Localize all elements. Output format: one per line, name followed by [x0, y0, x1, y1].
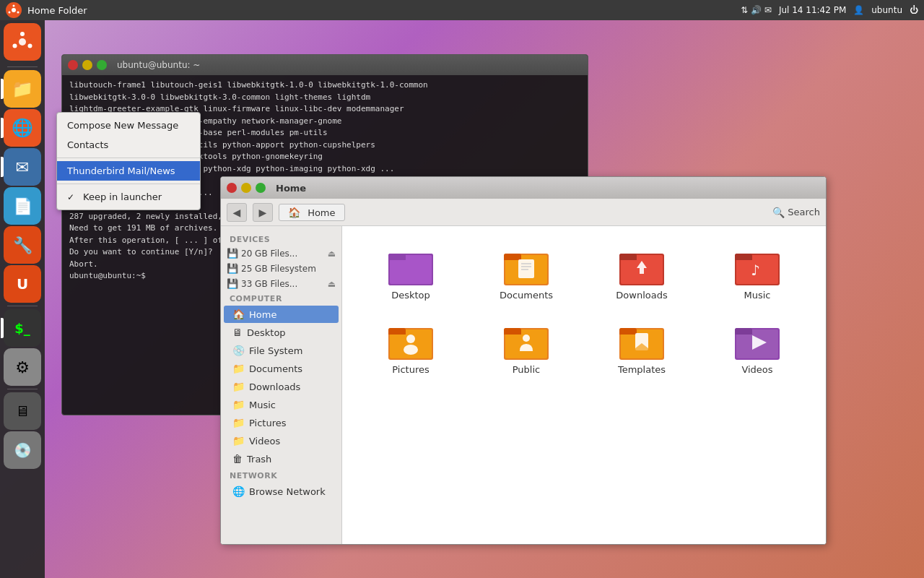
home-folder-icon: 🏠 — [232, 309, 245, 320]
svg-point-8 — [28, 44, 32, 48]
desktop-folder-label: Desktop — [391, 290, 430, 301]
sidebar-item-music[interactable]: 📁 Music — [224, 396, 339, 413]
fm-close-button[interactable] — [227, 183, 237, 193]
fm-maximize-button[interactable] — [256, 183, 266, 193]
context-menu-appname[interactable]: Thunderbird Mail/News — [57, 161, 200, 181]
videos-folder-label: Videos — [741, 364, 772, 375]
sidebar-item-downloads[interactable]: 📁 Downloads — [224, 378, 339, 395]
window-title: Home Folder — [27, 5, 87, 16]
appname-label: Thunderbird Mail/News — [67, 165, 175, 176]
terminal-title: ubuntu@ubuntu: ~ — [117, 60, 200, 70]
svg-rect-26 — [619, 256, 637, 260]
sidebar-downloads-label: Downloads — [249, 381, 300, 392]
sidebar-disk-25gb[interactable]: 💾 25 GB Filesystem — [221, 261, 341, 276]
sidebar-item-videos[interactable]: 📁 Videos — [224, 432, 339, 449]
context-menu-keep[interactable]: Keep in launcher — [57, 187, 200, 207]
launcher-thunderbird[interactable]: ✉ — [4, 148, 41, 186]
terminal-maximize-button[interactable] — [97, 60, 107, 70]
fm-minimize-button[interactable] — [241, 183, 251, 193]
sidebar-disk-20gb[interactable]: 💾 20 GB Files... ⏏ — [221, 246, 341, 261]
music-folder-label: Music — [744, 290, 771, 301]
launcher-divider-1 — [7, 66, 38, 67]
svg-point-7 — [20, 32, 25, 36]
eject-btn-3[interactable]: ⏏ — [328, 279, 336, 289]
launcher-software[interactable]: 🔧 — [4, 226, 41, 264]
sidebar-filesystem-label: File System — [249, 345, 302, 356]
launcher-files[interactable]: 📁 — [4, 70, 41, 108]
desktop-folder-icon: 🖥 — [232, 327, 243, 338]
fm-body: Devices 💾 20 GB Files... ⏏ 💾 25 GB Files… — [221, 226, 826, 544]
folder-public[interactable]: Public — [472, 315, 580, 382]
sidebar-browse-network-label: Browse Network — [249, 486, 326, 497]
sidebar-item-filesystem[interactable]: 💿 File System — [224, 342, 339, 359]
svg-text:♪: ♪ — [751, 262, 760, 279]
svg-rect-18 — [504, 256, 521, 260]
folder-downloads[interactable]: Downloads — [588, 241, 696, 308]
videos-folder-svg — [735, 322, 780, 360]
fm-forward-button[interactable]: ▶ — [253, 203, 273, 222]
launcher-office[interactable]: 📄 — [4, 187, 41, 225]
sidebar-trash-label: Trash — [247, 454, 271, 465]
power-icon[interactable]: ⏻ — [910, 5, 918, 15]
unity-launcher: 📁 🌐 ✉ 📄 🔧 U $_ ⚙ � — [0, 20, 45, 578]
sidebar-disk-33gb[interactable]: 💾 33 GB Files... ⏏ — [221, 276, 341, 291]
launcher-unity-icon[interactable]: U — [4, 265, 41, 303]
sidebar-item-browse-network[interactable]: 🌐 Browse Network — [224, 483, 339, 500]
contacts-label: Contacts — [67, 139, 108, 150]
terminal-titlebar: ubuntu@ubuntu: ~ — [62, 55, 588, 75]
sidebar-item-pictures[interactable]: 📁 Pictures — [224, 414, 339, 431]
folder-videos[interactable]: Videos — [703, 315, 811, 382]
svg-point-37 — [406, 335, 415, 343]
top-panel-right: ⇅ 🔊 ✉ Jul 14 11:42 PM 👤 ubuntu ⏻ — [741, 5, 918, 15]
sidebar-item-home[interactable]: 🏠 Home — [224, 306, 339, 323]
launcher-terminal[interactable]: $_ — [4, 309, 41, 347]
top-panel: Home Folder ⇅ 🔊 ✉ Jul 14 11:42 PM 👤 ubun… — [0, 0, 924, 20]
sidebar-item-desktop[interactable]: 🖥 Desktop — [224, 324, 339, 341]
eject-btn-1[interactable]: ⏏ — [328, 249, 336, 259]
sidebar-home-label: Home — [249, 309, 276, 320]
launcher-display[interactable]: 🖥 — [4, 392, 41, 430]
sidebar-section-computer: Computer — [221, 291, 341, 305]
disk-icon-3: 💾 — [227, 278, 238, 289]
launcher-ubuntu[interactable] — [4, 23, 41, 61]
context-menu-compose[interactable]: Compose New Message — [57, 116, 200, 135]
folder-pictures[interactable]: Pictures — [357, 315, 465, 382]
username: ubuntu — [871, 5, 902, 15]
svg-point-4 — [9, 12, 11, 14]
documents-folder-label: Documents — [500, 290, 553, 301]
svg-point-38 — [404, 345, 418, 355]
sidebar-item-documents[interactable]: 📁 Documents — [224, 360, 339, 377]
sidebar-pictures-label: Pictures — [249, 418, 286, 428]
folder-documents[interactable]: Documents — [472, 241, 580, 308]
folder-music[interactable]: ♪ Music — [703, 241, 811, 308]
datetime: Jul 14 11:42 PM — [779, 5, 846, 15]
sidebar-music-label: Music — [249, 400, 276, 410]
context-menu-contacts[interactable]: Contacts — [57, 135, 200, 155]
sidebar-section-devices: Devices — [221, 232, 341, 246]
disk-icon-2: 💾 — [227, 263, 238, 274]
network-icon: 🌐 — [232, 486, 245, 497]
fm-content: Desktop Documents — [342, 226, 826, 544]
svg-point-9 — [13, 44, 17, 48]
terminal-minimize-button[interactable] — [82, 60, 92, 70]
folder-desktop[interactable]: Desktop — [357, 241, 465, 308]
public-folder-label: Public — [513, 364, 540, 375]
folder-templates[interactable]: Templates — [588, 315, 696, 382]
svg-rect-36 — [388, 331, 406, 335]
compose-label: Compose New Message — [67, 120, 178, 131]
svg-point-1 — [12, 8, 16, 12]
fm-back-button[interactable]: ◀ — [227, 203, 247, 222]
sidebar-item-trash[interactable]: 🗑 Trash — [224, 450, 339, 467]
ubuntu-logo-icon[interactable] — [6, 2, 22, 18]
templates-folder-svg — [619, 322, 664, 360]
fm-title: Home — [276, 183, 306, 194]
fm-location-button[interactable]: 🏠 Home — [279, 204, 345, 221]
launcher-divider-3 — [7, 389, 38, 389]
desktop: Home Folder ⇅ 🔊 ✉ Jul 14 11:42 PM 👤 ubun… — [0, 0, 924, 578]
launcher-settings[interactable]: ⚙ — [4, 348, 41, 386]
launcher-browser[interactable]: 🌐 — [4, 109, 41, 147]
launcher-disks[interactable]: 💿 — [4, 431, 41, 469]
terminal-close-button[interactable] — [68, 60, 78, 70]
sidebar-disk-20gb-label: 20 GB Files... — [241, 249, 297, 259]
disk-icon-1: 💾 — [227, 248, 238, 259]
